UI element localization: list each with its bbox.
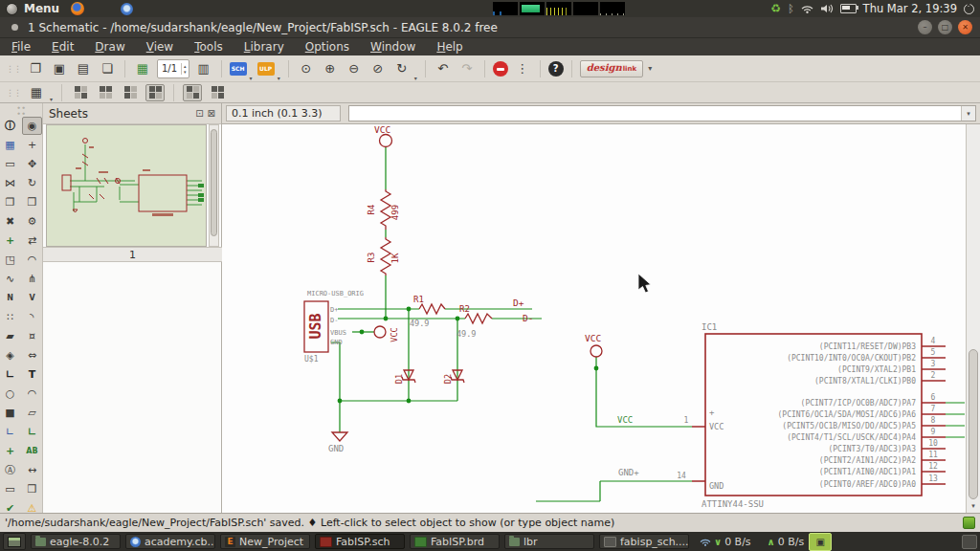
tool-polygon[interactable]: ▱ [22, 404, 42, 422]
tool-info[interactable]: ⓘ [0, 117, 20, 135]
menu-file[interactable]: File [11, 40, 31, 54]
tool-frame[interactable]: ▭ [0, 480, 20, 498]
tool-gateswap[interactable]: ∷ [0, 308, 20, 326]
print-button[interactable]: ▤ [74, 59, 93, 78]
battery-icon[interactable] [840, 4, 857, 13]
tool-arc[interactable]: ◠ [22, 385, 42, 403]
power-icon[interactable] [964, 4, 974, 14]
minimize-button[interactable]: – [918, 20, 932, 34]
task-fabisp-brd[interactable]: FabISP.brd [410, 534, 500, 549]
wifi-icon[interactable] [801, 4, 813, 13]
window-titlebar[interactable]: 1 Schematic - /home/sudarshank/eagle/New… [0, 17, 980, 38]
tray-misc-icon[interactable] [962, 535, 977, 549]
undo-button[interactable]: ↶ [434, 59, 453, 78]
gnd-net-label[interactable]: GND+ [618, 468, 639, 477]
menu-library[interactable]: Library [244, 40, 284, 54]
desktop-menu-button[interactable]: Menu [24, 2, 59, 15]
tool-miter[interactable]: ◠ [22, 251, 42, 269]
zoom-select-button[interactable]: ⊘ [368, 59, 388, 78]
close-button[interactable]: ✕ [958, 20, 972, 34]
library-manager-button[interactable]: ▥ [194, 59, 213, 78]
usb-symbol-label[interactable]: USB [307, 313, 324, 339]
dock-layout-1-button[interactable] [71, 84, 90, 101]
tool-split[interactable]: ∿ [0, 270, 20, 288]
open-button[interactable]: ❐ [26, 59, 45, 78]
firefox-launcher-icon[interactable] [71, 2, 84, 15]
tool-dimension[interactable]: ↔ [22, 461, 42, 479]
command-input[interactable] [349, 106, 961, 121]
tool-smash[interactable]: ◳ [0, 251, 20, 269]
net-dplus-label[interactable]: D+ [513, 298, 524, 308]
r1-value[interactable]: 49.9 [410, 319, 429, 328]
canvas-vertical-scrollbar[interactable]: ▾ [966, 124, 980, 513]
menu-tools[interactable]: Tools [194, 40, 223, 54]
net-dminus-label[interactable]: D- [523, 313, 533, 323]
distro-menu-icon[interactable] [6, 3, 18, 15]
tool-origin[interactable]: ¤ [22, 327, 42, 345]
save-button[interactable]: ▣ [50, 59, 69, 78]
command-dropdown-icon[interactable]: ▾ [961, 106, 975, 121]
sheets-float-icon[interactable]: ⊡ [195, 108, 203, 119]
menu-view[interactable]: View [146, 40, 173, 54]
tool-name[interactable]: N [0, 289, 20, 307]
task-lbr-folder[interactable]: lbr [504, 534, 594, 549]
open-board-button[interactable]: ▦ [133, 59, 152, 78]
tool-replace[interactable]: ◈ [0, 346, 20, 364]
r2-value[interactable]: 49.9 [457, 329, 476, 339]
sheet-selector[interactable]: 1/1 ▴▾ [157, 59, 189, 78]
stop-button[interactable] [493, 61, 508, 77]
tool-bus[interactable]: ∟ [0, 423, 20, 441]
r3-name[interactable]: R3 [367, 253, 376, 263]
r2-name[interactable]: R2 [459, 304, 470, 314]
sheet-1-label[interactable]: 1 [43, 247, 222, 262]
tool-copy[interactable]: ❐ [0, 193, 20, 211]
tool-paste[interactable]: ❒ [22, 193, 42, 211]
usb-refdes[interactable]: U$1 [304, 355, 319, 364]
run-script-button[interactable]: ⋮ [513, 59, 532, 78]
dock-layout-3-button[interactable] [121, 84, 140, 101]
tool-mirror[interactable]: ⋈ [0, 174, 20, 192]
scrollbar-thumb[interactable] [969, 349, 978, 499]
task-eagle-folder[interactable]: eagle-8.0.2 [31, 534, 121, 549]
tool-move[interactable]: ✥ [22, 155, 42, 173]
tool-change[interactable]: ⚙ [22, 212, 42, 231]
grid-settings-button[interactable]: ▦ [27, 83, 46, 102]
grid-toolbar-handle[interactable]: ⋮⋮ [6, 88, 21, 98]
menu-options[interactable]: Options [305, 40, 349, 54]
sheet-thumbnail[interactable] [46, 124, 207, 247]
tool-frame-rows[interactable]: ❒ [22, 480, 42, 498]
ulp-badge-button[interactable]: ULP [257, 62, 275, 76]
sheet-down-icon[interactable]: ▾ [184, 69, 187, 75]
tool-invoke[interactable]: ⋔ [22, 270, 42, 288]
tool-net[interactable]: ∟ [22, 423, 42, 441]
tool-delete[interactable]: ✖ [0, 212, 20, 231]
schematic-badge-button[interactable]: SCH [230, 62, 247, 76]
zoom-redraw-caret[interactable]: ▾ [414, 75, 417, 81]
menu-draw[interactable]: Draw [95, 40, 124, 54]
palette-handle[interactable]: ∙∙∙∙ [0, 105, 42, 117]
command-combobox[interactable]: ▾ [348, 105, 976, 121]
ic1-name[interactable]: IC1 [702, 322, 717, 332]
r4-value[interactable]: 499 [390, 205, 400, 220]
schematic-canvas[interactable]: VCC R4 499 R3 1K USB VCC R1 R2 D+ D- D1 … [222, 124, 980, 513]
bluetooth-icon[interactable]: ᛒ [788, 4, 794, 14]
tool-wire[interactable]: ∟ [0, 365, 20, 384]
vcc-net-label[interactable]: VCC [617, 415, 633, 425]
tool-mark[interactable]: + [22, 136, 42, 154]
r4-name[interactable]: R4 [367, 205, 376, 215]
menu-help[interactable]: Help [436, 40, 462, 54]
task-browser[interactable]: academy.cb... [125, 534, 215, 549]
tray-app-button[interactable]: ▣ [809, 533, 832, 551]
tool-rotate[interactable]: ↻ [22, 174, 42, 192]
tool-curve[interactable]: ◝ [22, 308, 42, 326]
design-link-caret[interactable]: ▾ [648, 64, 652, 73]
tool-text[interactable]: T [22, 365, 42, 384]
dock-layout-2-button[interactable] [96, 84, 115, 101]
ulp-badge-caret[interactable]: ▾ [278, 75, 280, 81]
dock-layout-6-button[interactable] [208, 84, 227, 101]
tool-stretch[interactable]: ⇔ [22, 346, 42, 364]
d1-name[interactable]: D1 [394, 374, 404, 384]
dock-layout-4-button[interactable] [145, 84, 165, 101]
tool-attribute[interactable]: Ⓐ [0, 461, 20, 479]
zoom-in-button[interactable]: ⊕ [321, 59, 340, 78]
